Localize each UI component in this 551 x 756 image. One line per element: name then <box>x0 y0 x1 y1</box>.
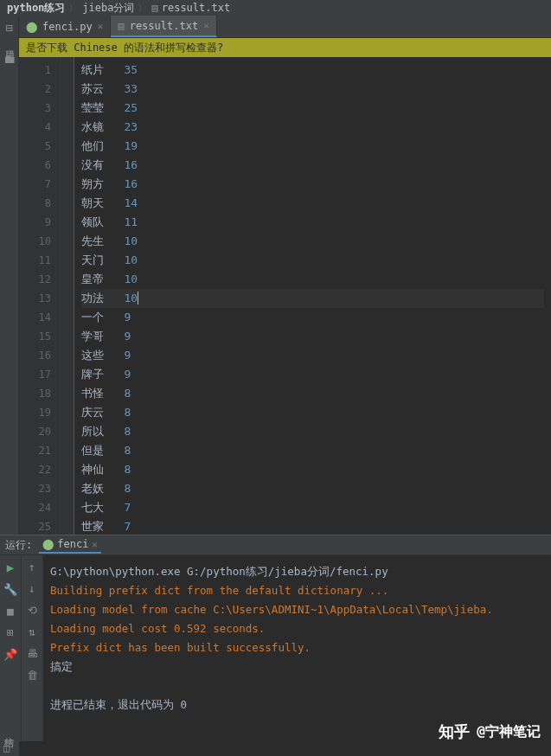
line-number: 13 <box>22 289 51 308</box>
code-line[interactable]: 一个 9 <box>81 308 544 327</box>
line-number: 4 <box>22 118 51 137</box>
line-number: 1 <box>22 61 51 80</box>
breadcrumb-file[interactable]: ressult.txt <box>162 2 230 14</box>
zhihu-logo: 知乎 <box>439 721 470 742</box>
line-number: 2 <box>22 80 51 99</box>
breadcrumb: python练习 〉 jieba分词 〉 ▤ ressult.txt <box>0 0 551 16</box>
close-icon[interactable]: ✕ <box>203 20 209 31</box>
code-line[interactable]: 莹莹 25 <box>81 99 544 118</box>
project-tool-label[interactable]: 项目 <box>3 40 16 47</box>
code-line[interactable]: 所以 8 <box>81 422 544 441</box>
text-file-icon: ▤ <box>118 20 124 32</box>
breadcrumb-sep: 〉 <box>138 1 148 16</box>
code-line[interactable]: 他们 19 <box>81 137 544 156</box>
console-toolbar-left: ▶ 🔧 ■ ⊞ 📌 <box>0 555 22 741</box>
watermark: 知乎 @宁神笔记 <box>439 721 541 742</box>
run-toolbar: 运行: ⬤ fenci ✕ <box>0 535 551 555</box>
breadcrumb-root[interactable]: python练习 <box>7 1 65 16</box>
down-icon[interactable]: ↓ <box>29 582 35 595</box>
editor: 1234567891011121314151617181920212223242… <box>19 57 551 535</box>
line-number: 18 <box>22 384 51 403</box>
up-icon[interactable]: ↑ <box>29 561 35 573</box>
folder-icon[interactable]: 🖿 <box>3 52 16 66</box>
structure-label[interactable]: 结构 <box>0 728 16 732</box>
collapse-icon[interactable]: ⊟ <box>5 21 12 35</box>
fold-gutter <box>61 57 74 535</box>
line-number: 16 <box>22 346 51 365</box>
wrench-icon[interactable]: 🔧 <box>3 583 17 596</box>
bottom-tool-rail: 结构 ◫ <box>0 721 19 756</box>
console: ▶ 🔧 ■ ⊞ 📌 ↑ ↓ ⟲ ⇅ 🖶 🗑 G:\python\python.e… <box>0 555 551 741</box>
python-icon: ⬤ <box>26 21 37 33</box>
code-line[interactable]: 这些 9 <box>81 346 544 365</box>
code-line[interactable]: 先生 10 <box>81 232 544 251</box>
run-tab-label: fenci <box>57 538 88 550</box>
line-number: 21 <box>22 441 51 460</box>
code-line[interactable]: 牌子 9 <box>81 365 544 384</box>
layout-icon[interactable]: ⊞ <box>7 626 14 639</box>
console-output[interactable]: G:\python\python.exe G:/python练习/jieba分词… <box>43 555 551 741</box>
code-line[interactable]: 苏云 33 <box>81 80 544 99</box>
console-line: Loading model cost 0.592 seconds. <box>50 619 544 638</box>
code-line[interactable]: 学哥 9 <box>81 327 544 346</box>
code-line[interactable]: 领队 11 <box>81 213 544 232</box>
code-line[interactable]: 纸片 35 <box>81 61 544 80</box>
tab-label: ressult.txt <box>130 20 198 32</box>
code-line[interactable]: 但是 8 <box>81 441 544 460</box>
line-number: 15 <box>22 327 51 346</box>
line-number: 14 <box>22 308 51 327</box>
code-content[interactable]: 纸片 35苏云 33莹莹 25水镜 23他们 19没有 16朔方 16朝天 14… <box>74 57 551 535</box>
scroll-icon[interactable]: ⇅ <box>29 625 35 638</box>
console-line: Loading model from cache C:\Users\ADMINI… <box>50 600 544 619</box>
spellcheck-notice[interactable]: 是否下载 Chinese 的语法和拼写检查器? <box>19 38 551 57</box>
line-number: 20 <box>22 422 51 441</box>
line-gutter: 1234567891011121314151617181920212223242… <box>19 57 61 535</box>
wrap-icon[interactable]: ⟲ <box>28 604 37 617</box>
left-tool-rail: ⊟ 项目 🖿 <box>0 16 19 535</box>
line-number: 11 <box>22 251 51 270</box>
code-line[interactable]: 朝天 14 <box>81 194 544 213</box>
line-number: 25 <box>22 517 51 536</box>
close-icon[interactable]: ✕ <box>98 21 104 32</box>
run-tab[interactable]: ⬤ fenci ✕ <box>39 536 101 554</box>
tab-label: fenci.py <box>42 21 93 33</box>
code-line[interactable]: 皇帝 10 <box>81 270 544 289</box>
code-line[interactable]: 没有 16 <box>81 156 544 175</box>
console-cmd: G:\python\python.exe G:/python练习/jieba分词… <box>50 562 544 581</box>
breadcrumb-sep: 〉 <box>68 1 79 16</box>
line-number: 5 <box>22 137 51 156</box>
editor-tabs: ⬤ fenci.py ✕ ▤ ressult.txt ✕ <box>19 16 551 38</box>
line-number: 22 <box>22 460 51 479</box>
stop-icon[interactable]: ■ <box>7 605 14 618</box>
line-number: 24 <box>22 498 51 517</box>
pin-icon[interactable]: 📌 <box>3 648 17 661</box>
line-number: 7 <box>22 175 51 194</box>
trash-icon[interactable]: 🗑 <box>27 669 38 682</box>
square-icon[interactable]: ◫ <box>3 742 10 754</box>
code-line[interactable]: 天门 10 <box>81 251 544 270</box>
line-number: 8 <box>22 194 51 213</box>
rerun-icon[interactable]: ▶ <box>7 561 14 574</box>
text-file-icon: ▤ <box>151 2 157 14</box>
tab-ressult-txt[interactable]: ▤ ressult.txt ✕ <box>111 16 216 37</box>
code-line[interactable]: 七大 7 <box>81 498 544 517</box>
code-line[interactable]: 朔方 16 <box>81 175 544 194</box>
code-line[interactable]: 老妖 8 <box>81 479 544 498</box>
console-toolbar-2: ↑ ↓ ⟲ ⇅ 🖶 🗑 <box>22 555 43 741</box>
line-number: 10 <box>22 232 51 251</box>
console-line <box>50 676 544 695</box>
run-label: 运行: <box>5 538 32 553</box>
print-icon[interactable]: 🖶 <box>27 647 38 660</box>
close-icon[interactable]: ✕ <box>92 539 98 550</box>
code-line[interactable]: 世家 7 <box>81 517 544 536</box>
tab-fenci-py[interactable]: ⬤ fenci.py ✕ <box>19 16 111 37</box>
code-line[interactable]: 庆云 8 <box>81 403 544 422</box>
code-line[interactable]: 神仙 8 <box>81 460 544 479</box>
line-number: 17 <box>22 365 51 384</box>
notice-text: 是否下载 Chinese 的语法和拼写检查器? <box>26 41 223 55</box>
code-line[interactable]: 书怪 8 <box>81 384 544 403</box>
watermark-author: @宁神笔记 <box>477 723 541 741</box>
code-line[interactable]: 水镜 23 <box>81 118 544 137</box>
code-line[interactable]: 功法 10 <box>81 289 544 308</box>
breadcrumb-folder[interactable]: jieba分词 <box>82 1 134 16</box>
